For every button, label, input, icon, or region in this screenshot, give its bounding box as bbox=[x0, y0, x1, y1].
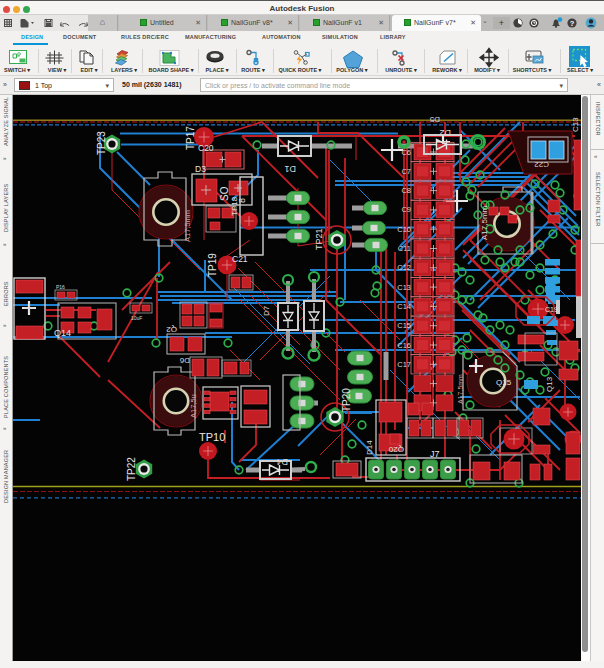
svg-text:SO: SO bbox=[219, 186, 230, 201]
svg-text:A17,5mm: A17,5mm bbox=[183, 210, 192, 242]
svg-text:Q2: Q2 bbox=[166, 325, 177, 334]
svg-text:Q13: Q13 bbox=[545, 376, 554, 392]
svg-text:C15: C15 bbox=[397, 321, 411, 330]
svg-text:D7: D7 bbox=[262, 305, 271, 316]
svg-text:A17,5mm: A17,5mm bbox=[480, 205, 489, 240]
svg-text:TP17: TP17 bbox=[185, 126, 196, 150]
svg-text:TP19: TP19 bbox=[207, 253, 218, 277]
svg-text:?: ? bbox=[570, 19, 575, 28]
svg-text:D14: D14 bbox=[365, 440, 374, 455]
svg-text:Q20: Q20 bbox=[388, 445, 404, 454]
svg-text:C6: C6 bbox=[401, 148, 411, 157]
svg-text:C9: C9 bbox=[401, 205, 411, 214]
svg-text:C19: C19 bbox=[545, 306, 558, 313]
svg-text:D1: D1 bbox=[284, 164, 296, 174]
svg-text:C7: C7 bbox=[401, 167, 411, 176]
svg-text:TP10: TP10 bbox=[199, 431, 225, 443]
svg-text:C21: C21 bbox=[232, 254, 248, 264]
svg-text:C12: C12 bbox=[397, 263, 411, 272]
svg-text:D4: D4 bbox=[276, 457, 288, 467]
svg-text:C11: C11 bbox=[398, 244, 411, 253]
svg-text:A17,5u: A17,5u bbox=[189, 394, 198, 418]
svg-text:A17,5mm: A17,5mm bbox=[457, 374, 464, 404]
svg-text:Q15: Q15 bbox=[496, 378, 512, 387]
svg-text:TP18: TP18 bbox=[230, 196, 239, 216]
svg-text:TP23: TP23 bbox=[96, 131, 107, 155]
svg-text:TP20: TP20 bbox=[341, 388, 352, 412]
svg-text:D5: D5 bbox=[429, 115, 440, 124]
svg-text:C10: C10 bbox=[397, 225, 411, 234]
svg-text:D2: D2 bbox=[439, 128, 451, 138]
svg-text:D3: D3 bbox=[195, 164, 206, 174]
svg-text:Q14: Q14 bbox=[54, 328, 71, 338]
svg-text:C13: C13 bbox=[571, 117, 580, 132]
svg-text:TP22: TP22 bbox=[126, 457, 137, 481]
svg-text:D6: D6 bbox=[179, 356, 190, 365]
svg-text:C13: C13 bbox=[397, 283, 411, 292]
svg-text:C20: C20 bbox=[198, 143, 214, 153]
svg-text:C22: C22 bbox=[534, 160, 549, 169]
svg-text:C8: C8 bbox=[401, 186, 411, 195]
svg-text:C16: C16 bbox=[397, 341, 411, 350]
svg-text:P16: P16 bbox=[56, 284, 65, 290]
svg-text:10uF: 10uF bbox=[131, 315, 142, 321]
svg-text:J7: J7 bbox=[430, 449, 440, 459]
svg-text:C17: C17 bbox=[397, 360, 411, 369]
svg-text:TP21: TP21 bbox=[314, 228, 324, 250]
svg-text:C14: C14 bbox=[397, 302, 411, 311]
